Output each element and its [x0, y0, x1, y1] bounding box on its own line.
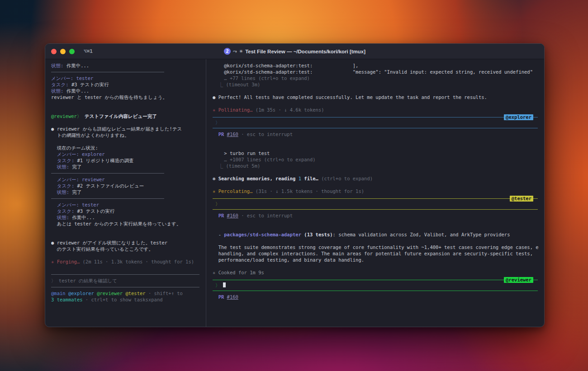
divider [51, 195, 202, 202]
text-segment: タスク: [51, 183, 77, 188]
text-segment: テストファイル内容レビュー完了 [81, 113, 156, 119]
divider [51, 271, 202, 277]
terminal-line: ✳ Pollinating… (1m 35s · ↓ 4.6k tokens) [213, 107, 539, 113]
text-segment: - [213, 232, 224, 237]
terminal-line: PR #160 · esc to interrupt [213, 131, 539, 137]
text-segment: #1 リポジトリ構造の調査 [77, 158, 134, 163]
text-segment: 3 teammates [51, 297, 85, 302]
terminal-line: ⎿ (timeout 5m) [213, 163, 539, 169]
terminal-line: @korix/std-schema-adapter:test: ], [213, 62, 539, 69]
blank-line [213, 182, 539, 188]
minimize-button[interactable] [60, 49, 66, 54]
text-segment: @korix/std-schema-adapter:test: ], [213, 63, 358, 68]
terminal-line: 状態: 完了 [51, 164, 202, 170]
terminal-line: タスク: #1 リポジトリ構造の調査 [51, 157, 202, 164]
terminal-line: あとは tester からのテスト実行結果を待っています。 [51, 221, 202, 227]
terminal-line: ● reviewer がアイドル状態になりました。tester [51, 240, 202, 246]
text-segment: トの網羅性がよくわかりますね。 [51, 132, 129, 138]
right-pane[interactable]: @korix/std-schema-adapter:test: ], @kori… [206, 59, 544, 327]
text-segment: ● reviewer からも詳細なレビュー結果が届きました!テス [51, 126, 182, 131]
terminal-line: … +1007 lines (ctrl+o to expand) [213, 156, 539, 163]
text-segment: 作業中... [72, 215, 95, 220]
text-segment: 状態: [51, 215, 72, 220]
text-segment: @reviewer [97, 291, 125, 296]
prompt-line[interactable]: 〉 [215, 119, 535, 126]
agent-input-tester[interactable]: @tester〉 [213, 198, 538, 210]
text-segment: のテスト実行結果を待っているところです。 [51, 246, 153, 252]
window-title-text: Test File Review — ~/Documents/kori/kori… [245, 49, 365, 54]
text-segment: 作業中... [66, 63, 89, 68]
blank-line [213, 225, 539, 231]
tmux-panes: 状態: 作業中...メンバー: testerタスク: #3 テストの実行状態: … [45, 59, 544, 327]
text-segment: 完了 [72, 189, 81, 195]
tmux-window-shortcut: ⌥⌘1 [84, 48, 93, 54]
text-segment: (13 tests) [301, 232, 333, 237]
text-segment: 〉 tester の結果を確認して [51, 278, 117, 283]
text-segment: 状態: [51, 63, 66, 68]
pr-link[interactable]: #160 [227, 294, 238, 300]
terminal-line: メンバー: explorer [51, 151, 202, 157]
left-pane[interactable]: 状態: 作業中...メンバー: testerタスク: #3 テストの実行状態: … [45, 59, 206, 327]
terminal-line: @main @explorer @reviewer @tester · shif… [51, 290, 202, 296]
prompt-line[interactable]: 〉 [215, 201, 535, 207]
text-segment: メンバー: reviewer [51, 177, 105, 182]
text-segment: ✳ Cooked for 1m 9s [213, 270, 264, 275]
pr-link[interactable]: #160 [227, 213, 238, 218]
text-cursor [223, 282, 226, 287]
text-segment: (ctrl+o to expand) [321, 176, 373, 181]
blank-line [213, 137, 539, 144]
terminal-line: 状態: 作業中... [51, 214, 202, 221]
text-segment: reviewer と tester からの報告を待ちましょう。 [51, 94, 167, 100]
prompt-caret: 〉 [215, 201, 220, 207]
text-segment: · ctrl+t to show tasksxpand [85, 297, 163, 302]
text-segment: @reviewer〉 [51, 113, 81, 119]
pr-link[interactable]: #160 [227, 131, 238, 137]
agent-input-explorer[interactable]: @explorer〉 [213, 117, 538, 128]
prompt-line[interactable]: 〉 [215, 282, 535, 288]
terminal-line: The test suite demonstrates strong cover… [213, 244, 539, 250]
blank-line [51, 119, 202, 126]
text-segment: @explorer [68, 291, 97, 296]
terminal-line: のテスト実行結果を待っているところです。 [51, 246, 202, 252]
agent-input-reviewer[interactable]: @reviewer〉 [213, 280, 538, 291]
terminal-line: > turbo run test [213, 150, 539, 156]
text-segment: 現在のチーム状況: [51, 145, 98, 150]
text-segment: … +77 lines (ctrl+o to expand) [213, 75, 310, 81]
text-segment: メンバー: tester [51, 202, 99, 207]
blank-line [51, 100, 202, 107]
terminal-line: … +77 lines (ctrl+o to expand) [213, 75, 539, 81]
blank-line [51, 227, 202, 233]
terminal-window: ⌥⌘1 2 ⤳ ✳ Test File Review — ~/Documents… [45, 43, 545, 327]
text-segment: handling, and complex interactions. The … [213, 251, 533, 256]
terminal-line: @korix/std-schema-adapter:test: "message… [213, 69, 539, 75]
zoom-button[interactable] [69, 49, 75, 54]
terminal-line: 状態: 作業中... [51, 62, 202, 69]
agent-badge-explorer: @explorer [504, 114, 533, 120]
text-segment: ✳ Pollinating… [213, 107, 256, 113]
text-segment: (31s · ↓ 1.5k tokens · thought for 1s) [256, 188, 364, 194]
text-segment: #2 テストファイルのレビュー [77, 183, 144, 188]
text-segment: performance/load testing, and binary dat… [213, 257, 364, 263]
text-segment: The test suite demonstrates strong cover… [213, 244, 539, 250]
blank-line [213, 169, 539, 175]
terminal-line: PR #160 [213, 294, 539, 300]
terminal-line: - packages/std-schema-adapter (13 tests)… [213, 231, 539, 238]
text-segment: 完了 [72, 164, 81, 169]
terminal-line: handling, and complex interactions. The … [213, 250, 539, 257]
text-segment: file… [301, 176, 321, 181]
close-button[interactable] [51, 49, 57, 54]
text-segment: ● Perfect! All tests have completed succ… [213, 94, 487, 100]
blank-line [213, 88, 539, 94]
blank-line [51, 107, 202, 113]
text-segment: 状態: [51, 164, 72, 169]
terminal-line: ● reviewer からも詳細なレビュー結果が届きました!テス [51, 126, 202, 132]
text-segment: 状態: [51, 189, 72, 195]
text-segment: · shift+↑ to [148, 291, 183, 296]
text-segment: あとは tester からのテスト実行結果を待っています。 [51, 221, 181, 226]
text-segment: : schema validation across Zod, Valibot,… [333, 232, 510, 237]
blank-line [213, 238, 539, 244]
terminal-line: メンバー: reviewer [51, 176, 202, 183]
terminal-line: ● Perfect! All tests have completed succ… [213, 94, 539, 100]
text-segment: PR [213, 131, 227, 137]
title-bar[interactable]: ⌥⌘1 2 ⤳ ✳ Test File Review — ~/Documents… [45, 44, 544, 59]
